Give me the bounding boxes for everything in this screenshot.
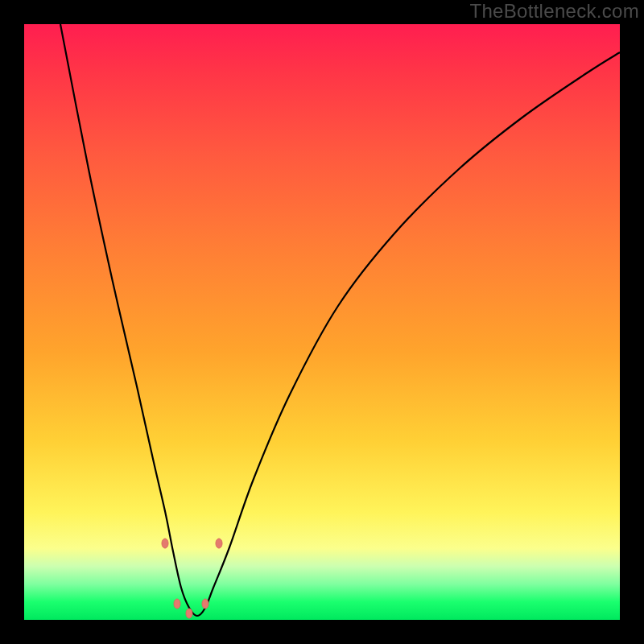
curve-marker xyxy=(202,599,208,609)
curve-marker xyxy=(162,539,168,548)
curve-svg xyxy=(24,24,620,620)
curve-markers xyxy=(162,539,222,618)
watermark-text: TheBottleneck.com xyxy=(469,0,639,23)
plot-gradient-area xyxy=(24,24,620,620)
chart-frame: TheBottleneck.com xyxy=(0,0,644,644)
curve-marker xyxy=(216,539,222,548)
bottleneck-curve xyxy=(60,24,620,616)
curve-marker xyxy=(186,609,192,618)
curve-marker xyxy=(174,599,180,609)
